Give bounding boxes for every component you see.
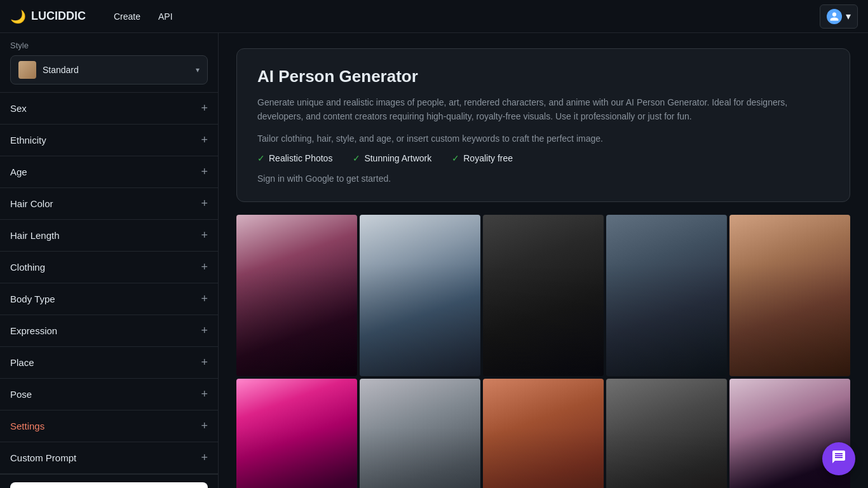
- filter-add-hair-color-icon: +: [201, 197, 208, 210]
- filter-label-pose: Pose: [10, 389, 32, 400]
- filter-label-ethnicity: Ethnicity: [10, 135, 46, 146]
- filter-add-age-icon: +: [201, 165, 208, 179]
- feature-artwork-label: Stunning Artwork: [364, 153, 431, 163]
- nav-create[interactable]: Create: [106, 8, 148, 25]
- nav-links: Create API: [106, 8, 820, 25]
- description-2: Tailor clothing, hair, style, and age, o…: [257, 132, 829, 146]
- sidebar: Style Standard ▾ Sex + Ethnicity + Age +: [0, 33, 219, 488]
- filter-label-hair-length: Hair Length: [10, 230, 60, 241]
- filter-label-expression: Expression: [10, 325, 57, 336]
- feature-realistic-photos: ✓ Realistic Photos: [257, 153, 332, 163]
- filter-label-custom-prompt: Custom Prompt: [10, 452, 76, 463]
- person-image-1: [236, 215, 357, 376]
- feature-realistic-label: Realistic Photos: [269, 153, 332, 163]
- style-section: Style Standard ▾: [0, 33, 218, 93]
- signin-text: Sign in with Google to get started.: [257, 173, 829, 184]
- filter-add-body-type-icon: +: [201, 292, 208, 306]
- style-avatar: [18, 61, 36, 79]
- main-panel: AI Person Generator Generate unique and …: [219, 33, 868, 488]
- feature-stunning-artwork: ✓ Stunning Artwork: [353, 153, 431, 163]
- filter-item-age[interactable]: Age +: [0, 156, 218, 188]
- person-photo-8: [483, 379, 604, 489]
- style-label: Standard: [43, 65, 189, 75]
- person-photo-3: [483, 215, 604, 376]
- filter-add-place-icon: +: [201, 356, 208, 369]
- continue-with-google-button[interactable]: G Continue with Google: [10, 482, 208, 488]
- features-list: ✓ Realistic Photos ✓ Stunning Artwork ✓ …: [257, 153, 829, 163]
- user-menu[interactable]: ▾: [820, 4, 858, 29]
- person-image-6: [236, 379, 357, 489]
- main-content: Style Standard ▾ Sex + Ethnicity + Age +: [0, 33, 868, 488]
- filter-add-clothing-icon: +: [201, 261, 208, 274]
- logo[interactable]: 🌙 LUCIDDIC: [10, 9, 86, 24]
- filter-item-place[interactable]: Place +: [0, 347, 218, 379]
- avatar: [827, 9, 842, 24]
- filter-item-settings[interactable]: Settings +: [0, 410, 218, 442]
- filter-add-expression-icon: +: [201, 324, 208, 337]
- person-image-2: [360, 215, 480, 376]
- image-grid: [236, 215, 850, 488]
- chat-bubble-icon: [831, 449, 846, 468]
- style-dropdown[interactable]: Standard ▾: [10, 55, 208, 85]
- filter-add-pose-icon: +: [201, 388, 208, 401]
- filter-item-clothing[interactable]: Clothing +: [0, 252, 218, 283]
- person-image-3: [483, 215, 604, 376]
- filter-add-ethnicity-icon: +: [201, 133, 208, 147]
- filter-item-ethnicity[interactable]: Ethnicity +: [0, 125, 218, 156]
- filter-item-hair-color[interactable]: Hair Color +: [0, 188, 218, 220]
- style-avatar-image: [18, 61, 36, 79]
- page-title: AI Person Generator: [257, 67, 829, 86]
- person-photo-6: [236, 379, 357, 489]
- check-realistic-icon: ✓: [257, 153, 265, 163]
- filter-item-expression[interactable]: Expression +: [0, 315, 218, 347]
- filter-add-settings-icon: +: [201, 419, 208, 433]
- style-section-label: Style: [10, 41, 208, 50]
- person-image-8: [483, 379, 604, 489]
- description-1: Generate unique and realistic images of …: [257, 95, 829, 124]
- continue-btn-wrap: G Continue with Google: [0, 474, 218, 488]
- filter-item-custom-prompt[interactable]: Custom Prompt +: [0, 442, 218, 474]
- feature-royalty-label: Royality free: [463, 153, 513, 163]
- style-chevron-icon: ▾: [196, 65, 200, 74]
- filter-label-settings: Settings: [10, 421, 44, 431]
- filter-label-body-type: Body Type: [10, 294, 55, 304]
- nav-chevron-icon: ▾: [846, 10, 851, 22]
- person-photo-1: [236, 215, 357, 376]
- person-photo-5: [729, 215, 850, 376]
- filter-list: Sex + Ethnicity + Age + Hair Color + Hai…: [0, 93, 218, 474]
- filter-add-sex-icon: +: [201, 102, 208, 115]
- filter-label-place: Place: [10, 357, 34, 368]
- check-artwork-icon: ✓: [353, 153, 360, 163]
- filter-label-hair-color: Hair Color: [10, 198, 53, 209]
- chat-fab-button[interactable]: [822, 442, 855, 475]
- person-image-4: [606, 215, 727, 376]
- filter-label-clothing: Clothing: [10, 262, 45, 273]
- person-image-7: [360, 379, 480, 489]
- feature-royalty-free: ✓ Royality free: [452, 153, 513, 163]
- filter-item-pose[interactable]: Pose +: [0, 379, 218, 410]
- nav-right: ▾: [820, 4, 858, 29]
- filter-add-custom-prompt-icon: +: [201, 451, 208, 464]
- person-photo-4: [606, 215, 727, 376]
- topnav: 🌙 LUCIDDIC Create API ▾: [0, 0, 868, 33]
- person-photo-7: [360, 379, 480, 489]
- person-photo-2: [360, 215, 480, 376]
- filter-item-sex[interactable]: Sex +: [0, 93, 218, 125]
- filter-label-sex: Sex: [10, 103, 27, 114]
- logo-text: LUCIDDIC: [31, 10, 86, 23]
- filter-add-hair-length-icon: +: [201, 229, 208, 242]
- person-image-5: [729, 215, 850, 376]
- check-royalty-icon: ✓: [452, 153, 459, 163]
- info-card: AI Person Generator Generate unique and …: [236, 48, 850, 202]
- nav-api[interactable]: API: [151, 8, 180, 25]
- logo-moon-icon: 🌙: [10, 9, 26, 24]
- filter-label-age: Age: [10, 166, 27, 177]
- person-image-9: [606, 379, 727, 489]
- filter-item-hair-length[interactable]: Hair Length +: [0, 220, 218, 252]
- filter-item-body-type[interactable]: Body Type +: [0, 283, 218, 315]
- person-photo-9: [606, 379, 727, 489]
